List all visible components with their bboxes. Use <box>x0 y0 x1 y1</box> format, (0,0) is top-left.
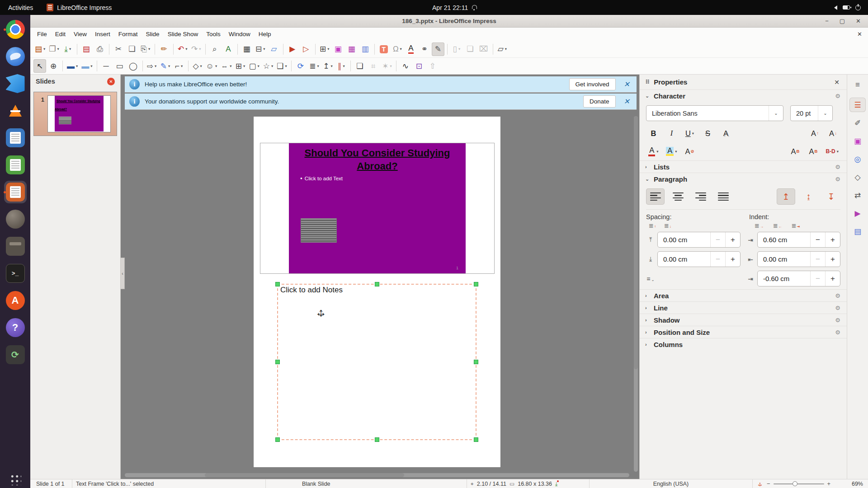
zoom-percent[interactable]: 69% <box>852 481 863 487</box>
block-arrows-button[interactable]: ⇔▾ <box>219 59 233 73</box>
dock-item-vscode[interactable] <box>3 71 28 96</box>
zoom-slider[interactable] <box>774 483 824 484</box>
minimize-button[interactable]: − <box>825 18 829 24</box>
window-close-button[interactable]: ✕ <box>856 18 861 24</box>
zoom-out-button[interactable]: − <box>767 480 770 487</box>
character-spacing-button[interactable]: B-D▾ <box>824 145 840 158</box>
flowchart-button[interactable]: ⊞▾ <box>234 59 246 73</box>
section-line[interactable]: ›Line⚙ <box>640 301 847 314</box>
selection-handle-br[interactable] <box>474 437 478 442</box>
section-columns[interactable]: ›Columns <box>640 338 847 350</box>
menu-format[interactable]: Format <box>114 28 142 40</box>
section-shadow[interactable]: ›Shadow⚙ <box>640 314 847 326</box>
indent-after-increase-button[interactable]: + <box>825 252 840 267</box>
more-options-icon[interactable]: ⚙ <box>835 329 840 336</box>
dock-item-chrome[interactable] <box>3 17 28 42</box>
curves-and-polygons-button[interactable]: ✎▾ <box>159 59 172 73</box>
window-titlebar[interactable]: 186_3.pptx - LibreOffice Impress − ▢ ✕ <box>30 15 868 28</box>
justify-button[interactable] <box>714 188 732 205</box>
dock-item-help[interactable]: ? <box>3 315 28 340</box>
3d-objects-button[interactable]: ❑▾ <box>275 59 288 73</box>
slide-preview[interactable]: Should You Consider Studying Abroad? ● C… <box>260 143 495 274</box>
lines-and-arrows-button[interactable]: ⇨▾ <box>146 59 158 73</box>
font-name-dropdown-icon[interactable]: ⌄ <box>769 106 783 121</box>
selection-handle-bm[interactable] <box>375 437 379 442</box>
dock-item-libreoffice-writer[interactable] <box>3 126 28 150</box>
connectors-button[interactable]: ⌐▾ <box>173 59 185 73</box>
line-spacing-dropdown[interactable]: ≡⌄ <box>646 275 655 282</box>
spacing-above-field[interactable]: 0.00 cm − + <box>657 232 741 248</box>
export-pdf-button[interactable]: ▤ <box>80 42 93 56</box>
dock-item-software-updater[interactable]: ⟳ <box>3 343 28 367</box>
fit-slide-to-window-button[interactable]: ↔↕ <box>756 480 764 488</box>
symbol-shapes-button[interactable]: ☺▾ <box>205 59 219 73</box>
section-character[interactable]: ⌄ Character ⚙ <box>640 89 847 102</box>
center-vertically-button[interactable]: ↨ <box>799 188 818 205</box>
glue-points-button[interactable]: ⊡ <box>413 59 425 73</box>
activities-button[interactable]: Activities <box>8 4 33 11</box>
insert-line-button[interactable]: ─ <box>100 59 113 73</box>
focused-app-indicator[interactable]: LibreOffice Impress <box>47 4 112 11</box>
character-shadow-button[interactable]: A <box>718 127 733 140</box>
bold-button[interactable]: B <box>646 127 661 140</box>
dock-item-libreoffice-calc[interactable] <box>3 153 28 177</box>
show-draw-functions-button[interactable]: ✎ <box>432 42 444 56</box>
spacing-below-increase-button[interactable]: + <box>725 252 740 267</box>
increase-font-size-button[interactable]: A↑ <box>807 127 822 140</box>
sidebar-close-button[interactable]: ✕ <box>834 79 840 86</box>
italic-button[interactable]: I <box>664 127 679 140</box>
vertical-scrollbar[interactable] <box>634 116 638 472</box>
menu-file[interactable]: File <box>33 28 51 40</box>
maximize-button[interactable]: ▢ <box>840 18 845 24</box>
insert-media-button[interactable]: ▦ <box>345 42 358 56</box>
section-lists[interactable]: › Lists ⚙ <box>640 160 847 173</box>
selection-handle-mr[interactable] <box>474 360 478 364</box>
open-file-button[interactable]: ❐▾ <box>47 42 61 56</box>
align-top-button[interactable]: ↥ <box>777 188 795 205</box>
slide-thumbnail-1[interactable]: 1 Should You Consider Studying Abroad? <box>33 92 117 136</box>
indent-first-line-field[interactable]: -0.60 cm − + <box>757 271 840 286</box>
font-name-combobox[interactable]: Liberation Sans ⌄ <box>646 105 783 121</box>
section-paragraph[interactable]: ⌄ Paragraph ⚙ <box>640 173 847 185</box>
menu-slide[interactable]: Slide <box>142 28 164 40</box>
language-status[interactable]: English (USA) <box>590 479 753 488</box>
font-size-combobox[interactable]: 20 pt ⌄ <box>790 105 833 121</box>
highlighting-color-button[interactable]: A▾ <box>664 145 679 158</box>
panel-collapse-handle[interactable]: ‹ <box>121 258 125 289</box>
selection-handle-bl[interactable] <box>275 437 280 442</box>
system-tray[interactable] <box>834 5 868 10</box>
master-slide-button[interactable]: ▱ <box>268 42 280 56</box>
display-views-button[interactable]: ⊟▾ <box>254 42 267 56</box>
insert-hyperlink-button[interactable]: ⚭ <box>418 42 431 56</box>
save-button[interactable]: ⤓▾ <box>61 42 74 56</box>
zoom-slider-thumb[interactable] <box>793 481 797 486</box>
horizontal-scrollbar-thumb[interactable] <box>205 473 404 477</box>
undo-button[interactable]: ↶▾ <box>176 42 189 56</box>
section-area[interactable]: ›Area⚙ <box>640 289 847 301</box>
find-and-replace-button[interactable]: ⌕ <box>208 42 221 56</box>
ellipse-button[interactable]: ◯ <box>127 59 140 73</box>
dock-item-ubuntu-software[interactable]: A <box>3 288 28 313</box>
spelling-button[interactable]: A <box>222 42 235 56</box>
indent-before-field[interactable]: 0.60 cm − + <box>757 232 840 248</box>
menu-window[interactable]: Window <box>225 28 255 40</box>
copy-button[interactable]: ❏ <box>126 42 138 56</box>
more-options-icon[interactable]: ⚙ <box>835 317 840 324</box>
clone-formatting-button[interactable]: ✏ <box>158 42 170 56</box>
tab-navigator-button[interactable]: ◎ <box>849 152 866 166</box>
insert-image-button[interactable]: ▣ <box>332 42 344 56</box>
tab-shapes-button[interactable]: ◇ <box>849 170 866 184</box>
paragraph-more-options-icon[interactable]: ⚙ <box>835 176 840 183</box>
decrease-paragraph-spacing-button[interactable]: ≣↓ <box>664 222 671 229</box>
insert-text-box-button[interactable]: T <box>377 42 390 56</box>
subscript-button[interactable]: AB <box>806 145 821 158</box>
character-more-options-icon[interactable]: ⚙ <box>835 93 840 99</box>
get-involved-button[interactable]: Get involved <box>569 78 616 90</box>
start-from-current-slide-button[interactable]: ▷ <box>300 42 312 56</box>
increase-indent-button[interactable]: ≣→ <box>755 222 764 229</box>
menu-slide-show[interactable]: Slide Show <box>164 28 203 40</box>
indent-before-increase-button[interactable]: + <box>825 232 840 247</box>
clear-direct-formatting-button[interactable]: A⊘ <box>682 145 697 158</box>
lists-more-options-icon[interactable]: ⚙ <box>835 164 840 170</box>
align-center-button[interactable] <box>669 188 687 205</box>
